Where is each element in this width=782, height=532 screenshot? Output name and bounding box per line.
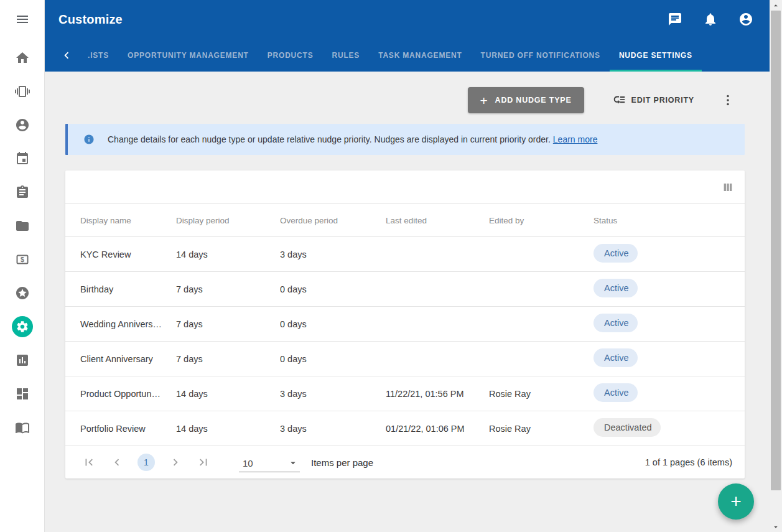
table-row[interactable]: Product Opportun…14 days3 days11/22/21, … [65,376,745,411]
clipboard-icon[interactable] [12,182,33,203]
banner-text: Change details for each nudge type or up… [108,134,597,144]
bar-chart-icon[interactable] [12,350,33,371]
vibration-icon[interactable] [12,81,33,102]
table-row[interactable]: Birthday7 days0 daysActive [65,272,745,307]
chevron-down-icon [287,457,299,469]
status-badge: Active [593,314,638,332]
status-badge: Active [593,348,638,367]
status-badge: Active [593,383,638,402]
table-toolbar [65,170,745,204]
column-header: Edited by [489,216,593,225]
add-fab[interactable]: + [718,483,754,520]
status-badge: Deactivated [593,418,661,437]
actions-row: + ADD NUDGE TYPE EDIT PRIORITY [45,72,770,113]
status-badge: Active [593,279,638,297]
book-icon[interactable] [12,417,33,438]
column-header: Overdue period [280,216,386,225]
add-nudge-type-button[interactable]: + ADD NUDGE TYPE [468,87,584,113]
column-header: Last edited [386,216,489,225]
pagination-summary: 1 of 1 pages (6 items) [645,457,732,467]
column-header: Display name [80,216,176,225]
low-priority-icon [612,93,626,107]
status-badge: Active [593,244,638,263]
page-title: Customize [58,12,123,27]
tab-opportunity-management[interactable]: OPPORTUNITY MANAGEMENT [118,39,258,72]
header-icons [668,12,753,27]
learn-more-link[interactable]: Learn more [553,134,598,144]
last-page-icon[interactable] [196,455,211,470]
column-header: Display period [176,216,280,225]
notifications-bell-icon[interactable] [703,12,718,27]
tab-bar: .ISTS OPPORTUNITY MANAGEMENT PRODUCTS RU… [45,39,770,72]
current-page-button[interactable]: 1 [137,454,155,471]
tab-nudge-settings[interactable]: NUDGE SETTINGS [610,39,702,72]
items-per-page-select[interactable]: 10 [239,452,300,472]
app-header: Customize .ISTS OPPORTUNITY MANAGEMENT P… [45,0,770,72]
column-header: Status [593,216,745,225]
person-icon[interactable] [12,114,33,136]
titlebar: Customize [45,0,770,39]
sidebar-nav: $ [12,47,33,438]
vertical-scrollbar[interactable] [770,0,782,532]
pagination-bar: 1 10 Items per page 1 of 1 pages (6 item… [65,446,745,478]
scroll-down-icon[interactable] [770,521,782,532]
items-per-page-label: Items per page [311,457,373,468]
edit-priority-button[interactable]: EDIT PRIORITY [612,93,694,107]
scroll-up-icon[interactable] [770,0,782,11]
menu-icon[interactable] [15,12,30,27]
calendar-icon[interactable] [12,148,33,169]
folder-icon[interactable] [12,215,33,236]
sidebar: $ [0,0,45,532]
tab-turned-off-notifications[interactable]: TURNED OFF NOTIFICATIONS [472,39,610,72]
info-icon [83,134,95,145]
scrollbar-thumb[interactable] [771,11,781,490]
previous-page-icon[interactable] [109,455,124,470]
table-row[interactable]: Portfolio Review14 days3 days01/21/22, 0… [65,411,745,446]
tab-lists[interactable]: .ISTS [78,39,118,72]
account-circle-icon[interactable] [738,12,753,27]
tabs-scroll-left-icon[interactable] [60,39,73,72]
table-header-row: Display name Display period Overdue peri… [65,204,745,237]
nudge-table-card: Display name Display period Overdue peri… [65,170,745,478]
tab-task-management[interactable]: TASK MANAGEMENT [369,39,471,72]
table-row[interactable]: KYC Review14 days3 daysActive [65,237,745,272]
chat-icon[interactable] [668,12,682,27]
kebab-menu-icon[interactable] [720,93,735,108]
tab-rules[interactable]: RULES [322,39,369,72]
star-circle-icon[interactable] [12,282,33,304]
svg-text:$: $ [21,256,24,263]
tab-products[interactable]: PRODUCTS [258,39,323,72]
info-banner: Change details for each nudge type or up… [65,124,745,155]
plus-icon: + [480,94,488,107]
home-icon[interactable] [12,47,33,68]
main-content: + ADD NUDGE TYPE EDIT PRIORITY Change de… [45,72,770,532]
table-row[interactable]: Client Anniversary7 days0 daysActive [65,342,745,376]
table-body: KYC Review14 days3 daysActive Birthday7 … [65,237,745,446]
next-page-icon[interactable] [168,455,183,470]
first-page-icon[interactable] [81,455,96,470]
settings-gear-icon[interactable] [12,316,33,337]
column-chooser-icon[interactable] [722,182,733,193]
dashboard-icon[interactable] [12,383,33,404]
dollar-card-icon[interactable]: $ [12,249,33,270]
table-row[interactable]: Wedding Annivers…7 days0 daysActive [65,307,745,342]
